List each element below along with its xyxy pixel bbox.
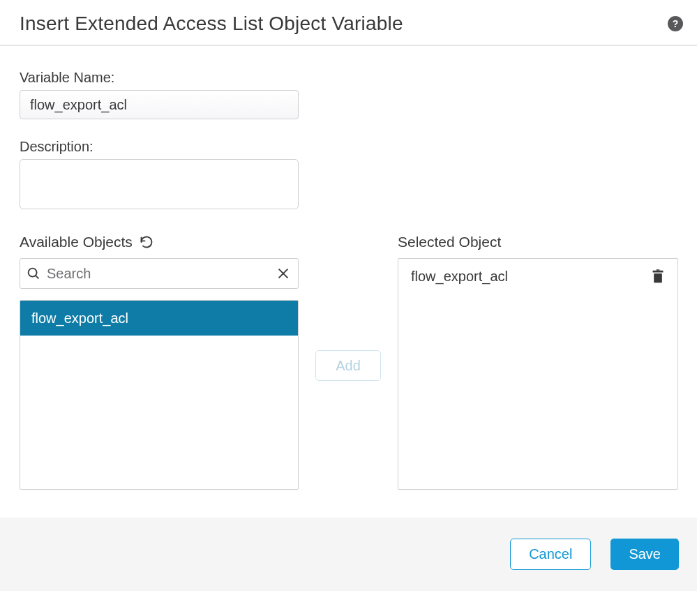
clear-x-icon[interactable] xyxy=(276,266,291,281)
available-list-item[interactable]: flow_export_acl xyxy=(20,301,298,336)
description-field: Description: xyxy=(20,139,677,212)
svg-rect-6 xyxy=(657,269,660,271)
available-header-row: Available Objects xyxy=(20,232,299,253)
save-button[interactable]: Save xyxy=(610,539,679,570)
help-icon[interactable]: ? xyxy=(668,16,683,31)
search-wrap xyxy=(20,258,299,289)
selected-item-label: flow_export_acl xyxy=(411,269,508,285)
variable-name-label: Variable Name: xyxy=(20,70,677,86)
search-input[interactable] xyxy=(45,265,276,283)
dialog-header: Insert Extended Access List Object Varia… xyxy=(0,0,697,46)
available-column: Available Objects xyxy=(20,232,299,490)
selected-header: Selected Object xyxy=(398,234,501,250)
search-icon xyxy=(26,266,41,281)
trash-icon[interactable] xyxy=(651,269,665,285)
cancel-button[interactable]: Cancel xyxy=(510,539,591,570)
selected-list-item: flow_export_acl xyxy=(398,259,677,285)
svg-line-1 xyxy=(36,276,38,278)
variable-name-field: Variable Name: xyxy=(20,70,677,119)
dialog-body: Variable Name: Description: Available Ob… xyxy=(0,46,697,518)
dialog-footer: Cancel Save xyxy=(0,518,697,591)
refresh-icon[interactable] xyxy=(140,235,153,249)
selected-header-row: Selected Object xyxy=(398,232,678,253)
available-list: flow_export_acl xyxy=(20,300,299,490)
available-header: Available Objects xyxy=(20,234,133,250)
dialog-title: Insert Extended Access List Object Varia… xyxy=(20,13,403,35)
dual-list: Available Objects xyxy=(20,232,677,490)
add-button[interactable]: Add xyxy=(315,350,381,381)
svg-rect-4 xyxy=(654,273,662,283)
description-label: Description: xyxy=(20,139,677,155)
svg-point-0 xyxy=(29,269,37,277)
selected-list: flow_export_acl xyxy=(398,258,678,490)
selected-column: Selected Object flow_export_acl xyxy=(398,232,678,490)
svg-rect-5 xyxy=(653,270,664,272)
description-input[interactable] xyxy=(20,159,299,209)
variable-name-input[interactable] xyxy=(20,90,299,119)
dialog: Insert Extended Access List Object Varia… xyxy=(0,0,697,591)
transfer-column: Add xyxy=(315,232,381,381)
